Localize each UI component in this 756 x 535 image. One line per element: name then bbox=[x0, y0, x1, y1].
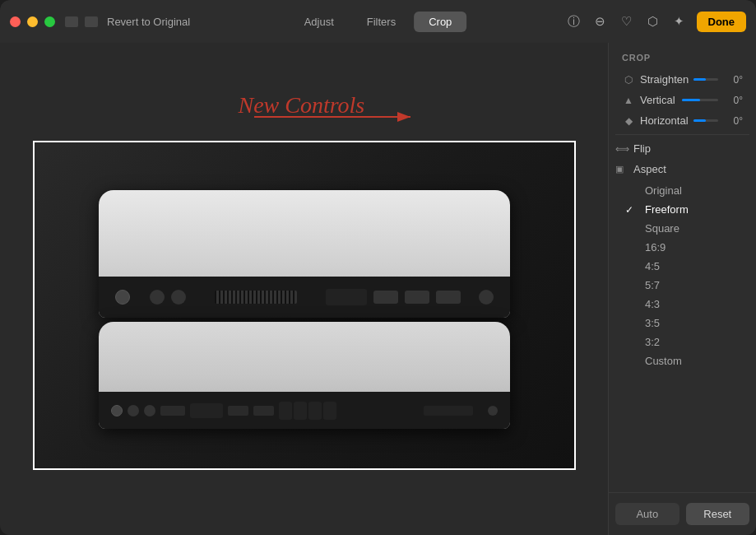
aspect-freeform[interactable]: ✓ Freeform bbox=[615, 200, 749, 219]
straighten-control: ⬡ Straighten 0° bbox=[615, 69, 749, 90]
aspect-header: ▣ Aspect bbox=[609, 159, 756, 179]
image-container bbox=[33, 141, 576, 470]
aspect-label: Aspect bbox=[633, 163, 666, 175]
sidebar-header: CROP bbox=[609, 43, 756, 69]
window-controls bbox=[65, 16, 98, 27]
aspect-3-2[interactable]: 3:2 bbox=[615, 333, 749, 351]
aspect-5-7[interactable]: 5:7 bbox=[615, 276, 749, 295]
checkmark-freeform: ✓ bbox=[625, 204, 637, 216]
usb-1 bbox=[279, 402, 292, 420]
vertical-bar[interactable] bbox=[682, 99, 719, 101]
aspect-square-label: Square bbox=[645, 222, 679, 235]
hdmi-port bbox=[326, 289, 367, 305]
port-2 bbox=[405, 291, 429, 304]
auto-button[interactable]: Auto bbox=[615, 503, 679, 525]
mac-mini-bottom bbox=[99, 322, 510, 429]
nav-tabs: Adjust Filters Crop bbox=[290, 12, 467, 32]
power-button bbox=[115, 290, 130, 305]
mac-bottom-ports bbox=[99, 392, 510, 429]
horizontal-value: 0° bbox=[723, 115, 743, 127]
audio-2 bbox=[488, 406, 498, 416]
close-button[interactable] bbox=[10, 16, 21, 27]
aspect-4-3-label: 4:3 bbox=[645, 298, 660, 310]
tab-crop[interactable]: Crop bbox=[414, 12, 466, 32]
aspect-3-5-label: 3:5 bbox=[645, 317, 660, 329]
vent bbox=[215, 291, 297, 304]
view-control-2[interactable] bbox=[85, 16, 98, 27]
heart-icon[interactable]: ♡ bbox=[618, 12, 636, 30]
vertical-fill bbox=[682, 99, 700, 101]
aspect-custom-label: Custom bbox=[645, 355, 682, 367]
share-icon[interactable]: ⬡ bbox=[644, 12, 662, 30]
port-b2 bbox=[144, 405, 155, 416]
port-1 bbox=[373, 291, 398, 304]
aspect-16-9[interactable]: 16:9 bbox=[615, 238, 749, 257]
aspect-original[interactable]: Original bbox=[615, 181, 749, 200]
straighten-label: Straighten bbox=[640, 73, 689, 86]
minimize-button[interactable] bbox=[27, 16, 38, 27]
reset-button[interactable]: Reset bbox=[686, 503, 750, 525]
mac-top-ports bbox=[99, 277, 510, 318]
divider-1 bbox=[615, 134, 749, 135]
audio-port bbox=[479, 290, 494, 305]
vertical-value: 0° bbox=[723, 95, 743, 106]
straighten-bar[interactable] bbox=[693, 78, 718, 81]
straighten-value: 0° bbox=[723, 74, 743, 86]
vertical-control: ▲ Vertical 0° bbox=[615, 90, 749, 110]
vertical-icon: ▲ bbox=[622, 95, 635, 106]
power-btn-2 bbox=[111, 405, 123, 416]
revert-button[interactable]: Revert to Original bbox=[107, 16, 190, 28]
traffic-lights bbox=[10, 16, 55, 27]
aspect-16-9-label: 16:9 bbox=[645, 241, 666, 254]
annotation-arrow bbox=[254, 105, 419, 129]
port-round-1 bbox=[150, 290, 165, 305]
aspect-3-5[interactable]: 3:5 bbox=[615, 314, 749, 333]
flip-label: Flip bbox=[633, 142, 651, 155]
photo-background bbox=[33, 141, 576, 470]
minus-circle-icon[interactable]: ⊖ bbox=[591, 12, 610, 30]
aspect-4-5[interactable]: 4:5 bbox=[615, 257, 749, 276]
aspect-4-3[interactable]: 4:3 bbox=[615, 295, 749, 314]
aspect-options: Original ✓ Freeform Square 16:9 4:5 5:7 bbox=[609, 179, 756, 372]
titlebar: Revert to Original Adjust Filters Crop ⓘ… bbox=[0, 0, 756, 43]
info-icon[interactable]: ⓘ bbox=[565, 12, 583, 30]
aspect-4-5-label: 4:5 bbox=[645, 260, 660, 272]
horizontal-control: ◆ Horizontal 0° bbox=[615, 110, 749, 131]
aspect-freeform-label: Freeform bbox=[645, 203, 689, 216]
aspect-icon: ▣ bbox=[615, 164, 628, 174]
usb-4 bbox=[323, 402, 336, 420]
aspect-original-label: Original bbox=[645, 184, 682, 197]
straighten-icon: ⬡ bbox=[622, 74, 635, 86]
horizontal-icon: ◆ bbox=[622, 115, 635, 127]
aspect-3-2-label: 3:2 bbox=[645, 336, 660, 348]
hdmi-port-2 bbox=[190, 403, 223, 418]
sidebar: CROP ⬡ Straighten 0° ▲ Vertical 0° bbox=[608, 43, 756, 535]
photo bbox=[33, 141, 576, 470]
aspect-square[interactable]: Square bbox=[615, 219, 749, 238]
view-control-1[interactable] bbox=[65, 16, 78, 27]
horizontal-label: Horizontal bbox=[640, 114, 689, 127]
sparkle-icon[interactable]: ✦ bbox=[670, 12, 689, 30]
card-slot bbox=[424, 406, 473, 416]
flip-row: ⟺ Flip bbox=[609, 138, 756, 159]
usb-2 bbox=[294, 402, 307, 420]
port-b3 bbox=[228, 406, 248, 416]
port-b4 bbox=[253, 406, 274, 416]
maximize-button[interactable] bbox=[44, 16, 55, 27]
usb-3 bbox=[308, 402, 322, 420]
ethernet-port bbox=[160, 406, 185, 416]
straighten-fill bbox=[693, 78, 706, 81]
aspect-5-7-label: 5:7 bbox=[645, 279, 660, 291]
tab-filters[interactable]: Filters bbox=[352, 12, 410, 32]
horizontal-bar[interactable] bbox=[693, 119, 718, 122]
sidebar-footer: Auto Reset bbox=[609, 492, 756, 535]
aspect-custom[interactable]: Custom bbox=[615, 351, 749, 370]
main-layout: New Controls bbox=[0, 43, 756, 535]
controls-section: ⬡ Straighten 0° ▲ Vertical 0° ◆ Horizont… bbox=[609, 69, 756, 131]
titlebar-right: ⓘ ⊖ ♡ ⬡ ✦ Done bbox=[565, 12, 747, 32]
done-button[interactable]: Done bbox=[697, 12, 747, 32]
tab-adjust[interactable]: Adjust bbox=[290, 12, 349, 32]
vertical-label: Vertical bbox=[640, 94, 677, 106]
mac-mini-top bbox=[99, 190, 510, 318]
port-round-2 bbox=[171, 290, 186, 305]
